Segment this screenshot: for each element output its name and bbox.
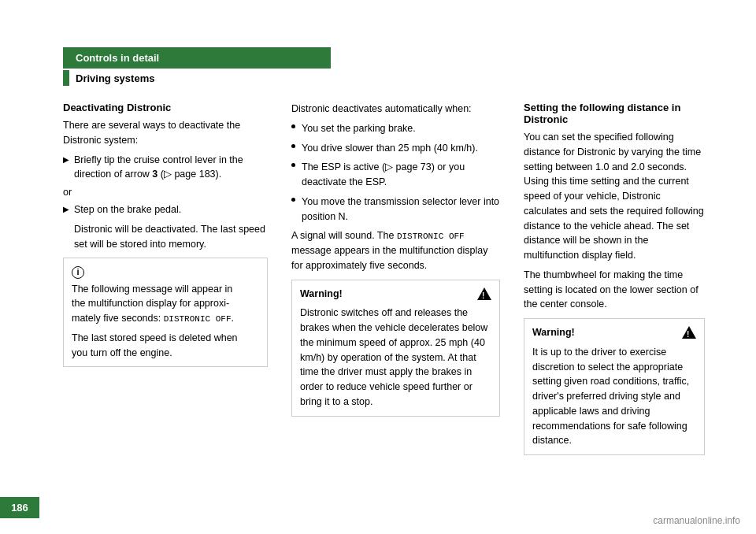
info-text-2: the multifunction display for approxi-	[72, 298, 229, 309]
bullet-2-text: Step on the brake pedal.	[74, 202, 268, 217]
middle-bullet-1: You set the parking brake.	[291, 121, 500, 136]
middle-column: Distronic deactivates automatically when…	[291, 102, 500, 455]
info-code-1: DISTRONIC OFF	[164, 314, 232, 324]
section-title: Controls in detail	[76, 52, 159, 64]
info-icon: i	[72, 266, 84, 279]
info-line-3: mately five seconds: DISTRONIC OFF.	[72, 311, 259, 326]
middle-bullet-3-text: The ESP is active (▷ page 73) or you dea…	[302, 160, 500, 190]
right-section-heading: Setting the following distance in Distro…	[524, 102, 705, 125]
main-content: Deactivating Distronic There are several…	[63, 102, 709, 455]
middle-bullet-4: You move the transmission selector lever…	[291, 195, 500, 224]
dot-1	[291, 124, 295, 128]
subsection-bar	[63, 70, 69, 86]
right-warning-label: Warning!	[532, 325, 575, 340]
middle-bullet-1-text: You set the parking brake.	[302, 121, 416, 136]
info-text-5: The last stored speed is deleted when	[72, 332, 238, 343]
section-header: Controls in detail	[63, 47, 331, 69]
info-line-1: The following message will appear in	[72, 282, 259, 297]
subsection-header: Driving systems	[63, 70, 331, 86]
bullet-1-text: Briefly tip the cruise control lever in …	[74, 153, 268, 183]
middle-intro: Distronic deactivates automatically when…	[291, 102, 500, 117]
middle-bullet-2-text: You drive slower than 25 mph (40 km/h).	[302, 141, 478, 156]
signal-text-2: message appears in the multifunction dis…	[291, 245, 487, 271]
info-line-2: the multifunction display for approxi-	[72, 296, 259, 311]
info-line-5: The last stored speed is deleted when	[72, 331, 259, 346]
bullet-item-1: ▶ Briefly tip the cruise control lever i…	[63, 153, 268, 183]
or-label: or	[63, 187, 268, 198]
middle-warning-box: Warning! Distronic switches off and rele…	[291, 280, 500, 417]
info-line-6: you turn off the engine.	[72, 346, 259, 361]
left-column: Deactivating Distronic There are several…	[63, 102, 268, 455]
right-warning-triangle	[682, 326, 696, 339]
middle-warning-triangle	[477, 287, 491, 300]
middle-bullet-4-text: You move the transmission selector lever…	[302, 195, 500, 224]
arrow-bullet-2: ▶	[63, 203, 69, 215]
middle-warning-text: Distronic switches off and releases the …	[300, 306, 491, 409]
bullet-2-detail: Distronic will be deactivated. The last …	[74, 222, 268, 252]
middle-bullet-3: The ESP is active (▷ page 73) or you dea…	[291, 160, 500, 190]
right-body-1: You can set the specified following dist…	[524, 130, 705, 263]
signal-text: A signal will sound. The DISTRONIC OFF m…	[291, 228, 500, 273]
dot-3	[291, 163, 295, 167]
left-intro: There are several ways to deactivate the…	[63, 118, 268, 148]
info-text-1: The following message will appear in	[72, 284, 232, 295]
middle-bullet-2: You drive slower than 25 mph (40 km/h).	[291, 141, 500, 156]
right-column: Setting the following distance in Distro…	[524, 102, 705, 455]
info-box: i The following message will appear in t…	[63, 258, 268, 367]
watermark: carmanualonline.info	[653, 515, 740, 526]
right-warning-text: It is up to the driver to exercise discr…	[532, 345, 696, 448]
arrow-bullet-1: ▶	[63, 154, 69, 165]
left-section-heading: Deactivating Distronic	[63, 102, 268, 113]
dot-4	[291, 198, 295, 202]
dot-2	[291, 144, 295, 148]
page-number: 186	[0, 497, 39, 518]
right-body-2: The thumbwheel for making the time setti…	[524, 268, 705, 312]
right-warning-box: Warning! It is up to the driver to exerc…	[524, 318, 705, 455]
info-text-3: mately five seconds:	[72, 313, 164, 324]
middle-warning-label: Warning!	[300, 287, 343, 302]
distronic-code: DISTRONIC OFF	[397, 232, 465, 241]
signal-text-1: A signal will sound. The	[291, 230, 397, 241]
bullet-item-2: ▶ Step on the brake pedal.	[63, 202, 268, 217]
right-warning-header: Warning!	[532, 325, 696, 340]
info-text-6: you turn off the engine.	[72, 347, 172, 358]
middle-warning-header: Warning!	[300, 287, 491, 302]
subsection-title: Driving systems	[76, 72, 154, 84]
